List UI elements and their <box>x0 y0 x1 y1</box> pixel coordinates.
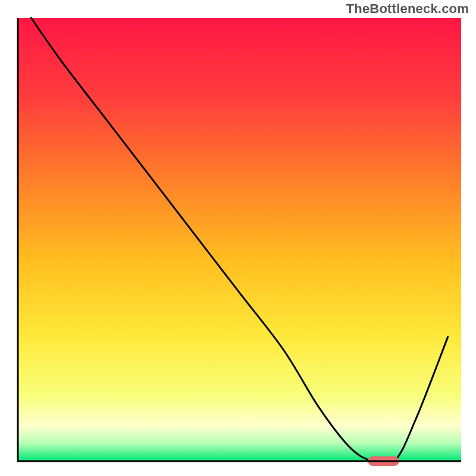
gradient-background <box>18 18 461 461</box>
bottleneck-chart <box>0 0 476 476</box>
chart-container: TheBottleneck.com <box>0 0 476 476</box>
